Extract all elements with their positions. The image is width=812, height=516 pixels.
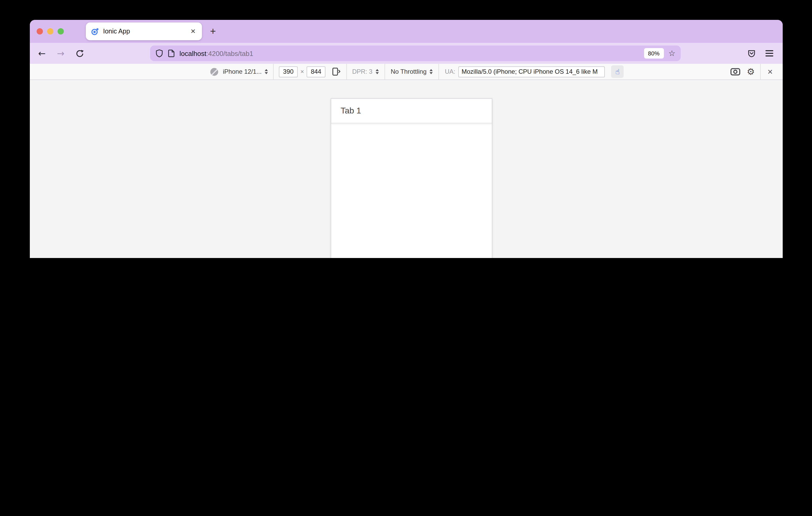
ua-label: UA: xyxy=(445,68,456,75)
device-viewport: Tab 1 Tab 1 page Explore UI Components T… xyxy=(331,98,492,258)
separator xyxy=(273,64,273,80)
page-title: Tab 1 page xyxy=(331,256,492,258)
zoom-level-badge[interactable]: 80% xyxy=(644,48,664,59)
throttling-selector[interactable]: No Throttling xyxy=(391,68,433,75)
rdm-settings-button[interactable]: ⚙ xyxy=(745,65,757,78)
device-selector[interactable]: iPhone 12/1... xyxy=(223,68,268,75)
separator xyxy=(439,64,439,80)
titlebar: Ionic App ✕ + xyxy=(30,20,783,43)
user-agent-input[interactable] xyxy=(459,66,605,77)
url-text[interactable]: localhost:4200/tabs/tab1 xyxy=(179,50,644,57)
close-icon: ✕ xyxy=(767,68,773,75)
gear-icon: ⚙ xyxy=(747,67,755,76)
pocket-icon xyxy=(747,49,756,58)
dimension-separator: × xyxy=(300,68,304,75)
macos-zoom-button[interactable] xyxy=(58,28,64,34)
forward-button[interactable]: → xyxy=(54,47,67,60)
app-header: Tab 1 xyxy=(331,99,492,123)
new-tab-button[interactable]: + xyxy=(206,25,220,38)
separator xyxy=(760,64,761,80)
viewport-height-input[interactable] xyxy=(307,66,325,77)
account-pocket-button[interactable] xyxy=(745,47,758,60)
browser-window: Ionic App ✕ + ← → xyxy=(30,20,783,258)
hamburger-icon xyxy=(765,50,773,51)
navigation-toolbar: ← → localhost:4200/tabs/tab1 80% ☆ xyxy=(30,43,783,64)
ionic-favicon xyxy=(91,27,99,35)
macos-close-button[interactable] xyxy=(37,28,43,34)
camera-icon xyxy=(730,67,740,76)
page-info-icon[interactable] xyxy=(168,49,175,58)
bookmark-star-icon[interactable]: ☆ xyxy=(668,50,675,57)
separator xyxy=(384,64,385,80)
throttling-label: No Throttling xyxy=(391,68,427,75)
screenshot-button[interactable] xyxy=(729,65,742,78)
dpr-selector[interactable]: DPR: 3 xyxy=(352,68,379,75)
macos-minimize-button[interactable] xyxy=(47,28,53,34)
rdm-close-button[interactable]: ✕ xyxy=(764,65,776,78)
dropdown-stepper-icon xyxy=(376,69,379,74)
back-button[interactable]: ← xyxy=(36,47,48,60)
browser-content-area: Tab 1 Tab 1 page Explore UI Components T… xyxy=(30,80,783,258)
dropdown-stepper-icon xyxy=(265,69,268,74)
separator xyxy=(346,64,347,80)
browser-tab[interactable]: Ionic App ✕ xyxy=(86,23,202,40)
device-browser-icon xyxy=(210,68,218,75)
viewport-width-input[interactable] xyxy=(279,66,298,77)
screenshot-stage: Ionic App ✕ + ← → xyxy=(0,0,812,258)
tab-close-icon[interactable]: ✕ xyxy=(190,28,197,35)
touch-simulation-button[interactable]: ☝ xyxy=(611,65,624,78)
reload-icon xyxy=(75,49,84,58)
url-path: :4200/tabs/tab1 xyxy=(206,50,253,57)
tracking-protection-shield-icon[interactable] xyxy=(155,49,163,58)
reload-button[interactable] xyxy=(73,47,86,60)
tab-title: Ionic App xyxy=(103,28,190,35)
explore-container: Tab 1 page Explore UI Components xyxy=(331,256,492,258)
device-selector-label: iPhone 12/1... xyxy=(223,68,262,75)
responsive-design-toolbar: iPhone 12/1... × DPR: 3 No Throttling xyxy=(30,64,783,80)
url-host: localhost xyxy=(179,50,206,57)
dropdown-stepper-icon xyxy=(430,69,433,74)
menu-button[interactable] xyxy=(763,47,775,60)
app-header-title: Tab 1 xyxy=(341,106,361,116)
url-bar[interactable]: localhost:4200/tabs/tab1 80% ☆ xyxy=(150,45,681,61)
dpr-label: DPR: 3 xyxy=(352,68,372,75)
touch-icon: ☝ xyxy=(615,68,620,75)
rotate-device-icon xyxy=(331,66,341,77)
rotate-viewport-button[interactable] xyxy=(329,65,342,78)
